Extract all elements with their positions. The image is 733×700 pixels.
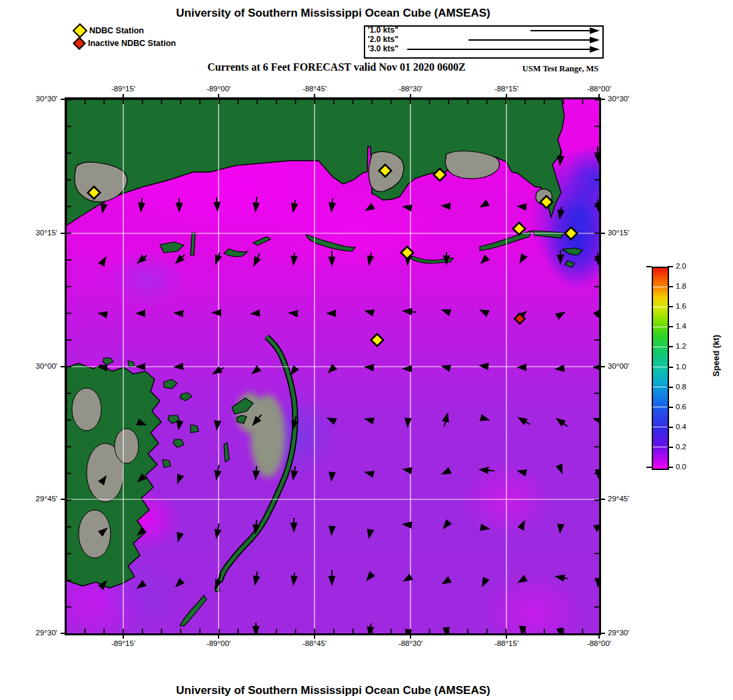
current-arrow [593,521,599,532]
colorbar-tick [668,286,673,287]
current-map [65,97,601,635]
colorbar-level-line [652,447,667,447]
current-arrow [516,467,527,477]
colorbar-level-line [652,407,667,407]
lat-tick-label-right: 30°15' [608,229,629,237]
current-arrow [213,464,223,481]
current-arrow [289,199,299,214]
current-arrow [556,206,565,221]
colorbar-tick [646,266,652,267]
scale-arrow-head-icon [590,27,600,34]
current-arrow [174,473,184,485]
colorbar-tick-label: 1.2 [676,342,686,350]
lat-major-tick [61,366,65,367]
scale-row-label: '2.0 kts" [368,35,398,44]
current-arrow [290,573,299,587]
current-arrow [477,199,489,211]
current-arrow [442,627,450,633]
scale-row-label: '1.0 kts" [368,25,398,35]
lon-tick-label-bottom: -88°30' [387,639,434,647]
current-arrow [173,363,184,371]
colorbar-level-line [652,307,667,307]
lon-major-tick [598,634,600,639]
red-diamond-icon [73,37,86,50]
current-arrow [478,306,490,317]
colorbar-tick [668,447,673,448]
current-arrow [325,414,337,425]
lat-major-tick [61,99,65,100]
current-arrow [249,365,262,377]
current-arrow [557,250,564,265]
current-arrow [554,365,565,373]
lon-tick-label-bottom: -89°00' [195,639,242,647]
colorbar-tick [668,467,673,468]
current-arrow [480,524,491,533]
current-arrow [135,310,145,317]
colorbar-tick-label: 0.8 [676,383,686,391]
current-arrow [137,198,146,213]
colorbar-tick-label: 0.4 [676,423,686,431]
lat-tick-label-left: 30°30' [23,95,57,103]
legend-item-inactive-ndbc: Inactive NDBC Station [75,37,176,49]
current-arrow [440,362,451,372]
colorbar-tick [668,407,673,408]
current-arrow [555,309,567,320]
page-title: University of Southern Mississippi Ocean… [0,7,666,20]
current-arrow [250,252,263,269]
colorbar-level-line [652,327,667,327]
current-arrow [251,571,261,587]
current-arrow [592,364,599,371]
current-arrow [440,202,451,210]
current-arrow [363,307,374,317]
lon-tick-label-bottom: -88°45' [291,639,338,647]
colorbar-tick [668,266,673,267]
current-arrow [515,414,532,428]
current-arrow [252,197,261,213]
colorbar-axis-label: Speed (kt) [711,329,721,383]
lat-tick-label-left: 30°00' [23,362,57,370]
lat-tick-label-right: 29°45' [608,495,629,503]
vector-scale-box: '1.0 kts"'2.0 kts"'3.0 kts" [364,25,604,59]
colorbar-tick-label: 2.0 [676,262,686,270]
lat-major-tick [61,233,65,234]
lon-major-tick [506,94,507,99]
lon-major-tick [314,634,315,639]
colorbar-tick [668,387,673,388]
colorbar-tick-label: 0.6 [676,403,686,411]
lon-major-tick [218,94,219,99]
lon-tick-label-top: -88°00' [576,85,622,93]
current-arrow [211,309,221,317]
colorbar-tick [668,306,673,307]
colorbar-level-line [652,387,667,387]
current-arrow [213,197,221,213]
lat-tick-label-right: 29°30' [608,629,629,637]
lon-major-tick [218,634,219,639]
ndbc-station-marker [371,334,383,346]
lon-major-tick [410,634,411,639]
lon-major-tick [123,634,124,639]
lon-major-tick [506,634,507,639]
footer-title: University of Southern Mississippi Ocean… [0,684,666,697]
current-arrow [595,469,600,479]
current-arrow [213,523,223,540]
current-arrow [478,255,490,267]
colorbar-tick [668,346,673,347]
current-arrow [173,252,187,267]
current-arrow [134,580,147,592]
lat-major-tick [600,366,605,367]
current-arrow [440,306,452,316]
current-arrow [478,577,489,589]
current-arrow [480,414,491,424]
lat-tick-label-left: 29°30' [23,629,57,637]
colorbar-tick-label: 1.8 [676,282,686,290]
current-arrow [98,254,109,266]
legend-label: Inactive NDBC Station [88,39,176,48]
legend-label: NDBC Station [89,26,144,35]
current-arrow [363,415,374,425]
current-arrow [326,310,336,317]
current-arrow [594,147,599,165]
lon-tick-label-bottom: -88°15' [483,639,530,647]
lat-major-tick [600,499,605,500]
current-arrow [440,519,452,532]
lon-major-tick [123,94,124,99]
